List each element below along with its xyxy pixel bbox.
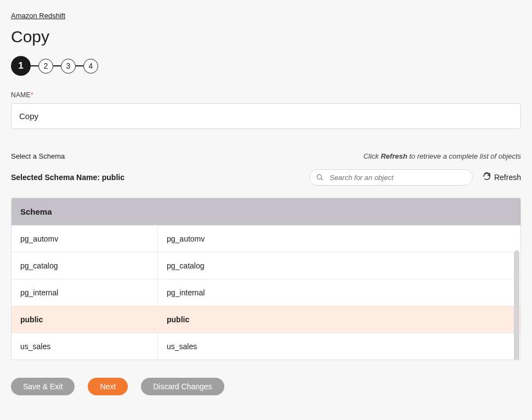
table-row[interactable]: pg_internalpg_internal	[12, 279, 520, 306]
breadcrumb[interactable]: Amazon Redshift	[11, 12, 65, 20]
step-connector	[76, 65, 83, 66]
search-wrap	[309, 169, 473, 186]
search-input[interactable]	[309, 169, 473, 186]
schema-cell-col2: public	[158, 306, 520, 333]
step-4[interactable]: 4	[83, 59, 98, 74]
discard-changes-button[interactable]: Discard Changes	[141, 378, 224, 395]
selected-schema-name: Selected Schema Name: public	[11, 173, 124, 182]
schema-table: Schema pg_automvpg_automvpg_catalogpg_ca…	[11, 198, 521, 360]
scrollbar[interactable]	[514, 250, 519, 360]
svg-point-0	[317, 175, 321, 179]
page-title: Copy	[11, 27, 521, 46]
schema-cell-col2: pg_automv	[158, 226, 520, 252]
schema-cell-col1: public	[12, 306, 158, 333]
table-row[interactable]: publicpublic	[12, 306, 520, 333]
step-connector	[53, 65, 61, 66]
refresh-hint: Click Refresh to retrieve a complete lis…	[363, 152, 521, 160]
table-body: pg_automvpg_automvpg_catalogpg_catalogpg…	[12, 225, 520, 360]
table-row[interactable]: pg_catalogpg_catalog	[12, 252, 520, 279]
step-3[interactable]: 3	[61, 59, 76, 74]
table-row[interactable]: pg_automvpg_automv	[12, 225, 520, 252]
schema-cell-col1: us_sales	[12, 333, 158, 360]
required-indicator: *	[31, 91, 33, 99]
refresh-icon	[483, 172, 491, 182]
stepper: 1 2 3 4	[11, 56, 521, 76]
search-icon	[316, 173, 324, 181]
schema-cell-col1: pg_catalog	[12, 253, 158, 279]
step-connector	[31, 65, 38, 66]
svg-line-1	[321, 178, 322, 180]
name-field-label: NAME*	[11, 91, 521, 99]
schema-cell-col2: pg_internal	[158, 279, 520, 306]
refresh-button-label: Refresh	[494, 173, 521, 182]
table-header-schema: Schema	[12, 198, 520, 225]
schema-cell-col1: pg_automv	[12, 226, 158, 252]
refresh-hint-bold: Refresh	[381, 152, 407, 160]
save-exit-button[interactable]: Save & Exit	[11, 378, 75, 395]
refresh-hint-prefix: Click	[363, 152, 381, 160]
select-schema-label: Select a Schema	[11, 152, 65, 160]
next-button[interactable]: Next	[88, 378, 128, 395]
name-input[interactable]	[11, 103, 521, 129]
step-2[interactable]: 2	[38, 59, 53, 74]
table-row[interactable]: us_salesus_sales	[12, 333, 520, 360]
schema-cell-col2: us_sales	[158, 333, 520, 360]
schema-cell-col1: pg_internal	[12, 279, 158, 306]
name-field-label-text: NAME	[11, 91, 31, 99]
schema-cell-col2: pg_catalog	[158, 253, 520, 279]
footer-actions: Save & Exit Next Discard Changes	[11, 378, 521, 395]
step-1[interactable]: 1	[11, 56, 31, 76]
refresh-button[interactable]: Refresh	[483, 172, 521, 182]
refresh-hint-suffix: to retrieve a complete list of objects	[408, 152, 521, 160]
